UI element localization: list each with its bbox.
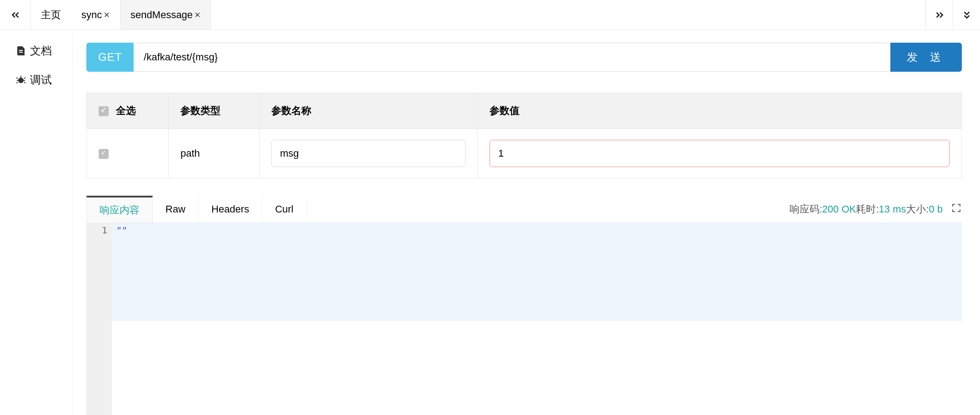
code-line: "" (112, 223, 962, 321)
row-checkbox[interactable] (99, 149, 109, 159)
tab-overflow-menu[interactable] (953, 0, 980, 30)
param-value-input[interactable] (490, 140, 950, 167)
svg-point-2 (18, 78, 24, 83)
response-code-label: 响应码: (790, 203, 822, 216)
select-all-checkbox[interactable] (99, 106, 109, 116)
sidebar-item-doc[interactable]: 文档 (0, 36, 72, 65)
tab-label: 主页 (41, 8, 61, 22)
params-table: 全选 参数类型 参数名称 参数值 path (86, 93, 962, 178)
chevrons-down-icon (961, 9, 973, 21)
close-icon[interactable]: × (195, 9, 200, 21)
file-icon (15, 45, 26, 56)
chevrons-right-icon (934, 9, 945, 21)
tab-response-raw[interactable]: Raw (153, 196, 199, 222)
response-time-value: 13 ms (879, 203, 906, 215)
param-type: path (169, 129, 260, 178)
tab-scroll-right[interactable] (925, 0, 953, 30)
select-all-label: 全选 (116, 105, 136, 116)
sidebar-item-debug[interactable]: 调试 (0, 65, 72, 94)
tab-response-content[interactable]: 响应内容 (86, 196, 153, 222)
col-value: 参数值 (478, 93, 962, 129)
response-header: 响应内容 Raw Headers Curl 响应码:200 OK 耗时:13 m… (86, 196, 962, 223)
tab-response-curl[interactable]: Curl (262, 196, 306, 222)
col-name: 参数名称 (260, 93, 478, 129)
sidebar-item-label: 调试 (30, 73, 52, 87)
bug-icon (15, 74, 26, 85)
svg-rect-1 (19, 52, 23, 53)
col-type: 参数类型 (169, 93, 260, 129)
fullscreen-icon[interactable] (951, 203, 962, 216)
sidebar: 文档 调试 (0, 30, 73, 415)
line-number: 1 (86, 223, 112, 415)
tab-label: sendMessage (130, 9, 193, 21)
sidebar-item-label: 文档 (30, 44, 52, 58)
svg-rect-0 (19, 50, 23, 51)
tab-home[interactable]: 主页 (31, 0, 71, 30)
tab-list: 主页 sync× sendMessage× (31, 0, 925, 30)
response-size-value: 0 b (929, 203, 943, 215)
editor-blank (112, 321, 962, 415)
send-button[interactable]: 发 送 (890, 43, 962, 72)
http-method-select[interactable]: GET (86, 43, 134, 72)
response-code-value: 200 OK (822, 203, 856, 215)
col-select: 全选 (87, 93, 169, 129)
method-label: GET (98, 51, 122, 64)
response-time-label: 耗时: (856, 203, 879, 216)
param-name-input[interactable] (271, 140, 465, 167)
tab-sync[interactable]: sync× (71, 0, 120, 30)
url-input[interactable] (134, 43, 890, 72)
close-icon[interactable]: × (104, 9, 110, 21)
tab-sendmessage[interactable]: sendMessage× (120, 0, 211, 30)
response-size-label: 大小: (906, 203, 929, 216)
chevrons-left-icon (10, 9, 21, 21)
response-editor[interactable]: 1 "" (86, 223, 962, 415)
tab-label: sync (81, 9, 102, 21)
tab-scroll-left[interactable] (0, 0, 31, 30)
request-bar: GET 发 送 (86, 43, 962, 72)
response-meta: 响应码:200 OK 耗时:13 ms 大小:0 b (790, 203, 962, 216)
table-row: path (87, 129, 962, 178)
tab-response-headers[interactable]: Headers (199, 196, 262, 222)
